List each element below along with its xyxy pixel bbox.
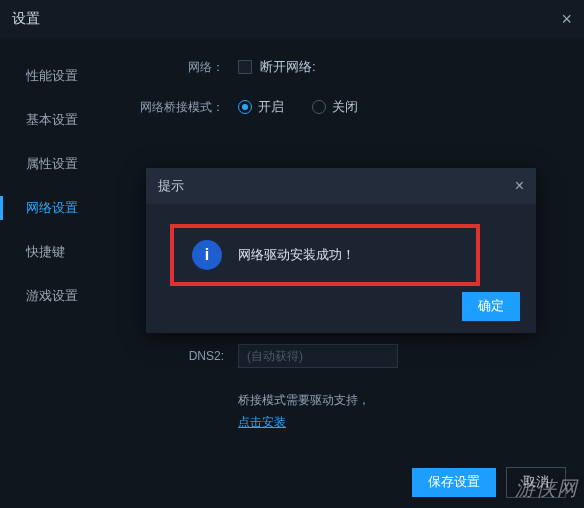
- highlight-box: i 网络驱动安装成功！: [170, 224, 480, 286]
- radio-off[interactable]: 关闭: [312, 98, 358, 116]
- sidebar-item-label: 性能设置: [26, 67, 78, 85]
- checkbox-icon: [238, 60, 252, 74]
- row-bridge-mode: 网络桥接模式： 开启 关闭: [138, 98, 556, 116]
- row-hint: 桥接模式需要驱动支持， 点击安装: [138, 390, 556, 433]
- save-button[interactable]: 保存设置: [412, 468, 496, 497]
- dns2-input[interactable]: [238, 344, 398, 368]
- sidebar-item-label: 属性设置: [26, 155, 78, 173]
- cancel-button[interactable]: 取消: [506, 467, 566, 498]
- modal-footer: 确定: [462, 292, 520, 321]
- footer-buttons: 保存设置 取消: [412, 467, 566, 498]
- info-glyph: i: [205, 246, 209, 264]
- settings-window: 设置 × 性能设置 基本设置 属性设置 网络设置 快捷键 游戏设置: [0, 0, 584, 508]
- row-network: 网络： 断开网络:: [138, 58, 556, 76]
- sidebar-item-label: 网络设置: [26, 199, 78, 217]
- titlebar: 设置 ×: [0, 0, 584, 38]
- label-dns2: DNS2:: [138, 349, 238, 363]
- bridge-hint: 桥接模式需要驱动支持， 点击安装: [238, 390, 370, 433]
- radio-label: 关闭: [332, 98, 358, 116]
- radio-on[interactable]: 开启: [238, 98, 284, 116]
- hint-text: 桥接模式需要驱动支持，: [238, 393, 370, 407]
- sidebar-item-shortcut[interactable]: 快捷键: [0, 230, 128, 274]
- row-dns2: DNS2:: [138, 344, 556, 368]
- modal-body: i 网络驱动安装成功！: [146, 204, 536, 296]
- radio-dot-icon: [238, 100, 252, 114]
- info-icon: i: [192, 240, 222, 270]
- sidebar-item-label: 基本设置: [26, 111, 78, 129]
- sidebar-item-label: 游戏设置: [26, 287, 78, 305]
- modal-message: 网络驱动安装成功！: [238, 246, 355, 264]
- sidebar-item-property[interactable]: 属性设置: [0, 142, 128, 186]
- window-title: 设置: [12, 10, 40, 28]
- disconnect-checkbox[interactable]: 断开网络:: [238, 58, 316, 76]
- radio-label: 开启: [258, 98, 284, 116]
- modal-ok-button[interactable]: 确定: [462, 292, 520, 321]
- window-close-icon[interactable]: ×: [561, 9, 572, 30]
- sidebar-item-basic[interactable]: 基本设置: [0, 98, 128, 142]
- sidebar-item-network[interactable]: 网络设置: [0, 186, 128, 230]
- checkbox-label: 断开网络:: [260, 58, 316, 76]
- label-bridge: 网络桥接模式：: [138, 99, 238, 116]
- label-network: 网络：: [138, 59, 238, 76]
- modal-close-icon[interactable]: ×: [515, 177, 524, 195]
- radio-dot-icon: [312, 100, 326, 114]
- install-link[interactable]: 点击安装: [238, 415, 286, 429]
- sidebar: 性能设置 基本设置 属性设置 网络设置 快捷键 游戏设置: [0, 38, 128, 508]
- info-modal: 提示 × i 网络驱动安装成功！ 确定: [146, 168, 536, 333]
- sidebar-item-game[interactable]: 游戏设置: [0, 274, 128, 318]
- modal-titlebar: 提示 ×: [146, 168, 536, 204]
- sidebar-item-label: 快捷键: [26, 243, 65, 261]
- bridge-radio-group: 开启 关闭: [238, 98, 358, 116]
- sidebar-item-performance[interactable]: 性能设置: [0, 54, 128, 98]
- modal-title-text: 提示: [158, 177, 184, 195]
